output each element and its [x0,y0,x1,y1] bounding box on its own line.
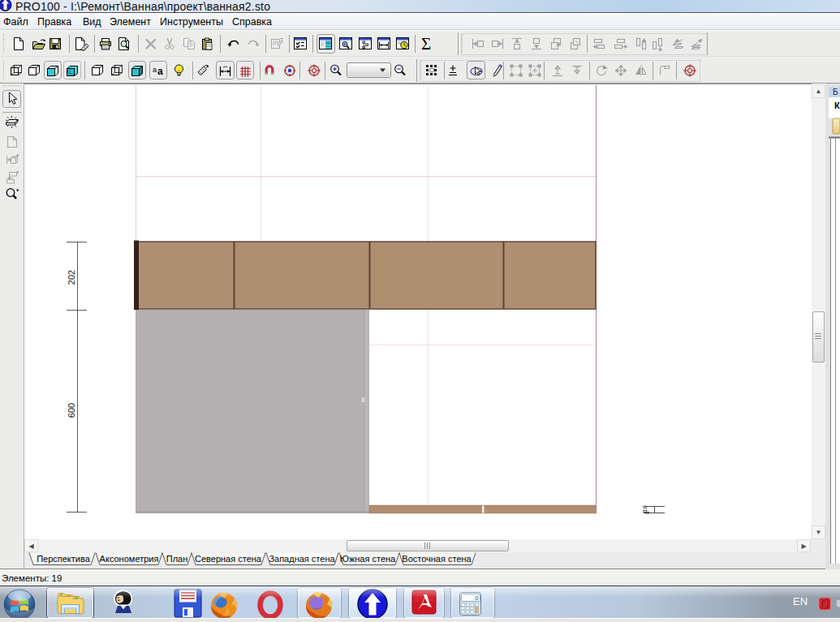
svg-text:202: 202 [67,270,76,285]
svg-text:18: 18 [641,505,648,513]
svg-text:К: К [834,101,840,110]
svg-text:Аксонометрия: Аксонометрия [100,554,159,564]
svg-text:Перспектива: Перспектива [37,554,91,564]
svg-text:Южная стена: Южная стена [340,554,396,564]
svg-text:a: a [157,66,163,77]
svg-text:Σ: Σ [421,34,431,54]
svg-text:Б: Б [833,88,838,97]
svg-text:600: 600 [67,403,76,418]
svg-text:Северная стена: Северная стена [195,554,262,564]
svg-text:Восточная стена: Восточная стена [402,554,472,564]
svg-text:0: 0 [476,595,479,601]
svg-text:a: a [153,66,157,74]
svg-text:План: План [166,554,188,564]
svg-text:Западная стена: Западная стена [269,554,335,564]
